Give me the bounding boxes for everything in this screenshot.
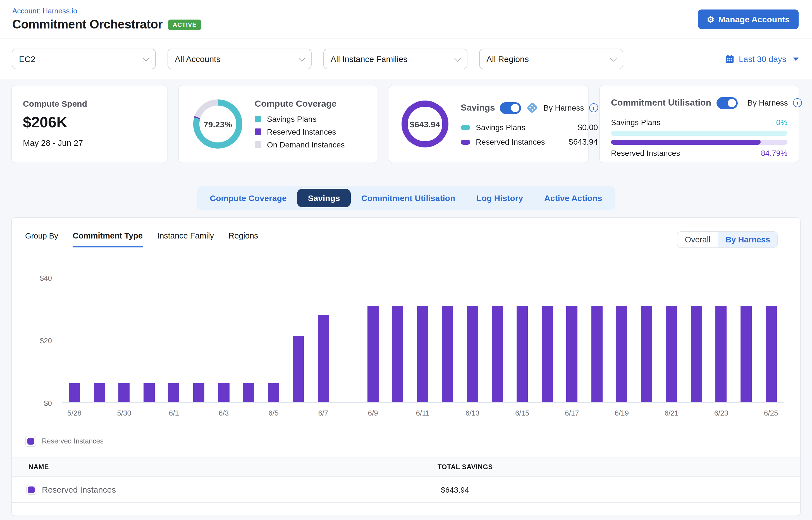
date-range-label: Last 30 days bbox=[739, 54, 786, 64]
savings-row-value: $0.00 bbox=[578, 123, 598, 132]
bar-6/24[interactable] bbox=[740, 306, 752, 402]
filter-bar: EC2All AccountsAll Instance FamiliesAll … bbox=[0, 39, 812, 79]
filter-select-0[interactable]: EC2 bbox=[12, 49, 156, 69]
bar-6/5[interactable] bbox=[268, 383, 279, 402]
bar-6/21[interactable] bbox=[666, 306, 677, 402]
bar-6/25[interactable] bbox=[765, 306, 777, 402]
bar-slot-6/22 bbox=[684, 262, 709, 402]
tab-savings[interactable]: Savings bbox=[297, 189, 351, 207]
bar-6/9[interactable] bbox=[367, 306, 378, 402]
row-total-savings: $643.94 bbox=[438, 485, 800, 494]
bar-6/2[interactable] bbox=[193, 383, 204, 402]
bar-5/31[interactable] bbox=[143, 383, 155, 402]
bar-slot-6/24 bbox=[734, 262, 759, 402]
chart-legend: Reserved Instances bbox=[25, 436, 800, 447]
legend-swatch bbox=[255, 115, 261, 122]
bar-6/11[interactable] bbox=[417, 306, 428, 402]
savings-row-value: $643.94 bbox=[569, 137, 598, 146]
bar-6/13[interactable] bbox=[467, 306, 478, 402]
header-left: Account: Harness.io Commitment Orchestra… bbox=[12, 7, 201, 32]
x-tick-label: 6/19 bbox=[614, 409, 629, 417]
bar-slot-6/15: 6/15 bbox=[510, 262, 535, 402]
bar-6/10[interactable] bbox=[392, 306, 403, 402]
row-name: Reserved Instances bbox=[42, 485, 116, 494]
status-badge: ACTIVE bbox=[168, 19, 201, 30]
bar-6/17[interactable] bbox=[566, 306, 577, 402]
bar-6/12[interactable] bbox=[442, 306, 453, 402]
tab-log-history[interactable]: Log History bbox=[466, 189, 533, 207]
bar-6/1[interactable] bbox=[168, 383, 180, 402]
savings-title: Savings bbox=[461, 103, 495, 113]
bar-6/16[interactable] bbox=[542, 306, 553, 402]
utilisation-sp-bar bbox=[611, 131, 787, 136]
savings-breakdown: Savings Plans$0.00Reserved Instances$643… bbox=[461, 123, 598, 146]
bar-slot-6/12 bbox=[435, 262, 460, 402]
bar-6/15[interactable] bbox=[517, 306, 528, 402]
legend-checkbox[interactable] bbox=[25, 436, 36, 447]
bar-5/28[interactable] bbox=[69, 383, 80, 402]
table-row[interactable]: Reserved Instances$643.94 bbox=[12, 477, 800, 503]
group-by-regions[interactable]: Regions bbox=[229, 231, 258, 248]
group-by-commitment-type[interactable]: Commitment Type bbox=[73, 231, 143, 248]
row-swatch-chip bbox=[26, 485, 36, 495]
bar-6/19[interactable] bbox=[616, 306, 627, 402]
calendar-icon bbox=[725, 54, 734, 64]
bar-6/22[interactable] bbox=[691, 306, 702, 402]
filter-select-value: All Accounts bbox=[175, 54, 220, 64]
filter-select-value: EC2 bbox=[19, 54, 35, 64]
utilisation-sp-label: Savings Plans bbox=[611, 118, 660, 127]
info-icon[interactable]: i bbox=[793, 98, 802, 107]
savings-donut-chart: $643.94 bbox=[401, 101, 448, 148]
summary-cards: Compute Spend $206K May 28 - Jun 27 79.2… bbox=[0, 79, 812, 163]
savings-breakdown-row: Savings Plans$0.00 bbox=[461, 123, 598, 132]
savings-by-harness-label: By Harness bbox=[544, 103, 584, 112]
compute-coverage-card: 79.23% Compute Coverage Savings PlansRes… bbox=[178, 85, 378, 163]
bar-slot-6/6 bbox=[286, 262, 311, 402]
view-by-harness[interactable]: By Harness bbox=[717, 232, 777, 248]
manage-accounts-button[interactable]: ⚙ Manage Accounts bbox=[698, 9, 798, 29]
bar-5/30[interactable] bbox=[119, 383, 130, 402]
bar-6/18[interactable] bbox=[592, 306, 603, 402]
filter-select-1[interactable]: All Accounts bbox=[167, 49, 312, 69]
bar-6/23[interactable] bbox=[716, 306, 727, 402]
tab-bar: Compute CoverageSavingsCommitment Utilis… bbox=[197, 186, 616, 210]
filter-select-3[interactable]: All Regions bbox=[479, 49, 623, 69]
chevron-down-icon bbox=[610, 55, 617, 61]
bar-6/3[interactable] bbox=[218, 383, 229, 402]
group-by-label: Group By bbox=[25, 231, 58, 240]
x-tick-label: 5/30 bbox=[117, 409, 131, 417]
savings-panel: Group By Commitment TypeInstance FamilyR… bbox=[11, 217, 801, 516]
bar-6/14[interactable] bbox=[492, 306, 503, 402]
view-overall[interactable]: Overall bbox=[678, 232, 718, 248]
bar-6/4[interactable] bbox=[243, 383, 254, 402]
tab-compute-coverage[interactable]: Compute Coverage bbox=[199, 189, 297, 207]
y-axis: $0$20$40 bbox=[25, 262, 57, 403]
bar-6/7[interactable] bbox=[317, 315, 329, 402]
date-range-picker[interactable]: Last 30 days bbox=[725, 54, 798, 64]
bar-6/20[interactable] bbox=[641, 306, 652, 402]
legend-swatch bbox=[461, 139, 470, 145]
column-header-total-savings: TOTAL SAVINGS bbox=[438, 463, 800, 471]
bar-6/6[interactable] bbox=[293, 336, 304, 402]
legend-swatch bbox=[255, 128, 261, 135]
bar-slot-5/28: 5/28 bbox=[62, 262, 87, 402]
coverage-legend-item: On Demand Instances bbox=[255, 140, 367, 149]
x-tick-label: 6/11 bbox=[416, 409, 430, 417]
x-tick-label: 6/1 bbox=[169, 409, 179, 417]
tab-commitment-utilisation[interactable]: Commitment Utilisation bbox=[351, 189, 466, 207]
coverage-legend-item: Reserved Instances bbox=[255, 127, 367, 136]
utilisation-by-harness-toggle[interactable] bbox=[716, 97, 737, 109]
y-tick-label: $0 bbox=[44, 399, 52, 408]
coverage-legend-item: Savings Plans bbox=[255, 114, 367, 124]
y-tick-label: $20 bbox=[40, 337, 52, 345]
savings-by-harness-toggle[interactable] bbox=[500, 102, 521, 114]
bar-5/29[interactable] bbox=[94, 383, 105, 402]
group-by-instance-family[interactable]: Instance Family bbox=[157, 231, 214, 248]
filter-select-2[interactable]: All Instance Families bbox=[323, 49, 467, 69]
x-tick-label: 6/17 bbox=[565, 409, 579, 417]
bar-slot-5/31 bbox=[136, 262, 161, 402]
tab-active-actions[interactable]: Active Actions bbox=[533, 189, 613, 207]
info-icon[interactable]: i bbox=[589, 103, 598, 112]
account-link[interactable]: Account: Harness.io bbox=[12, 7, 201, 15]
table-header: NAMETOTAL SAVINGS bbox=[12, 457, 800, 477]
